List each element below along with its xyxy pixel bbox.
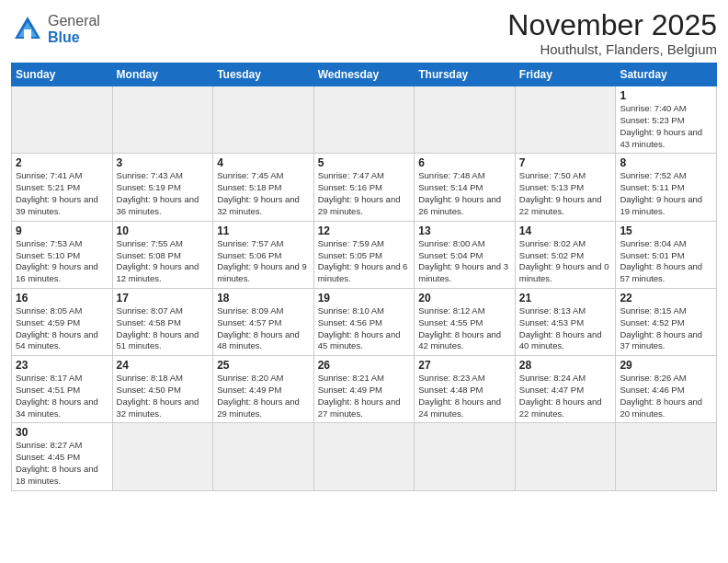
calendar-cell: 29Sunrise: 8:26 AM Sunset: 4:46 PM Dayli… — [616, 356, 717, 423]
calendar-cell: 24Sunrise: 8:18 AM Sunset: 4:50 PM Dayli… — [112, 356, 213, 423]
weekday-header-tuesday: Tuesday — [213, 63, 314, 86]
location: Houthulst, Flanders, Belgium — [507, 41, 717, 57]
week-row-4: 23Sunrise: 8:17 AM Sunset: 4:51 PM Dayli… — [12, 356, 717, 423]
day-number: 4 — [217, 156, 310, 169]
day-info: Sunrise: 7:57 AM Sunset: 5:06 PM Dayligh… — [217, 238, 310, 285]
day-info: Sunrise: 8:24 AM Sunset: 4:47 PM Dayligh… — [519, 373, 612, 419]
logo-general: General — [48, 13, 100, 29]
calendar-cell: 17Sunrise: 8:07 AM Sunset: 4:58 PM Dayli… — [112, 288, 213, 355]
calendar-cell: 25Sunrise: 8:20 AM Sunset: 4:49 PM Dayli… — [213, 356, 314, 423]
day-number: 15 — [620, 224, 712, 237]
calendar-cell: 6Sunrise: 7:48 AM Sunset: 5:14 PM Daylig… — [415, 154, 516, 221]
calendar-cell: 19Sunrise: 8:10 AM Sunset: 4:56 PM Dayli… — [313, 288, 415, 355]
calendar-cell — [112, 423, 213, 490]
calendar-cell — [213, 86, 314, 154]
day-number: 27 — [418, 359, 511, 372]
day-info: Sunrise: 8:07 AM Sunset: 4:58 PM Dayligh… — [117, 305, 210, 352]
day-info: Sunrise: 8:09 AM Sunset: 4:57 PM Dayligh… — [217, 305, 310, 352]
day-number: 19 — [318, 292, 411, 304]
day-info: Sunrise: 8:02 AM Sunset: 5:02 PM Dayligh… — [519, 238, 612, 285]
calendar-cell: 1Sunrise: 7:40 AM Sunset: 5:23 PM Daylig… — [616, 86, 717, 154]
calendar-cell: 20Sunrise: 8:12 AM Sunset: 4:55 PM Dayli… — [415, 288, 516, 355]
calendar: SundayMondayTuesdayWednesdayThursdayFrid… — [11, 63, 717, 491]
weekday-header-monday: Monday — [112, 63, 213, 86]
day-number: 25 — [217, 359, 310, 372]
week-row-5: 30Sunrise: 8:27 AM Sunset: 4:45 PM Dayli… — [12, 423, 717, 490]
day-number: 8 — [620, 156, 712, 169]
day-info: Sunrise: 8:20 AM Sunset: 4:49 PM Dayligh… — [217, 373, 310, 419]
calendar-cell — [515, 423, 616, 490]
week-row-2: 9Sunrise: 7:53 AM Sunset: 5:10 PM Daylig… — [12, 221, 717, 288]
day-info: Sunrise: 7:59 AM Sunset: 5:05 PM Dayligh… — [318, 238, 411, 285]
day-number: 6 — [418, 156, 511, 169]
calendar-cell — [415, 86, 516, 154]
day-number: 3 — [117, 156, 210, 169]
day-info: Sunrise: 8:10 AM Sunset: 4:56 PM Dayligh… — [318, 305, 411, 352]
day-info: Sunrise: 8:13 AM Sunset: 4:53 PM Dayligh… — [519, 305, 612, 352]
day-info: Sunrise: 7:50 AM Sunset: 5:13 PM Dayligh… — [519, 170, 612, 217]
day-number: 22 — [620, 292, 712, 304]
calendar-cell: 15Sunrise: 8:04 AM Sunset: 5:01 PM Dayli… — [616, 221, 717, 288]
day-info: Sunrise: 7:45 AM Sunset: 5:18 PM Dayligh… — [217, 170, 310, 217]
calendar-cell: 8Sunrise: 7:52 AM Sunset: 5:11 PM Daylig… — [616, 154, 717, 221]
day-info: Sunrise: 7:53 AM Sunset: 5:10 PM Dayligh… — [16, 238, 108, 285]
day-number: 30 — [16, 426, 108, 439]
day-info: Sunrise: 7:40 AM Sunset: 5:23 PM Dayligh… — [620, 103, 712, 150]
day-number: 9 — [16, 224, 108, 237]
logo-icon — [11, 13, 44, 46]
weekday-header-wednesday: Wednesday — [313, 63, 415, 86]
weekday-header-saturday: Saturday — [616, 63, 717, 86]
calendar-cell: 21Sunrise: 8:13 AM Sunset: 4:53 PM Dayli… — [515, 288, 616, 355]
calendar-cell: 30Sunrise: 8:27 AM Sunset: 4:45 PM Dayli… — [12, 423, 113, 490]
weekday-header-thursday: Thursday — [415, 63, 516, 86]
day-info: Sunrise: 8:17 AM Sunset: 4:51 PM Dayligh… — [16, 373, 108, 419]
svg-rect-3 — [24, 29, 31, 39]
day-number: 1 — [620, 89, 712, 102]
weekday-header-sunday: Sunday — [12, 63, 113, 86]
calendar-cell: 22Sunrise: 8:15 AM Sunset: 4:52 PM Dayli… — [616, 288, 717, 355]
page: General Blue November 2025 Houthulst, Fl… — [0, 0, 728, 563]
week-row-3: 16Sunrise: 8:05 AM Sunset: 4:59 PM Dayli… — [12, 288, 717, 355]
calendar-cell — [12, 86, 113, 154]
day-number: 13 — [418, 224, 511, 237]
calendar-cell — [313, 423, 415, 490]
day-info: Sunrise: 7:55 AM Sunset: 5:08 PM Dayligh… — [117, 238, 210, 285]
day-info: Sunrise: 8:18 AM Sunset: 4:50 PM Dayligh… — [117, 373, 210, 419]
day-number: 21 — [519, 292, 612, 304]
calendar-cell: 11Sunrise: 7:57 AM Sunset: 5:06 PM Dayli… — [213, 221, 314, 288]
calendar-cell: 10Sunrise: 7:55 AM Sunset: 5:08 PM Dayli… — [112, 221, 213, 288]
title-block: November 2025 Houthulst, Flanders, Belgi… — [507, 9, 717, 57]
calendar-cell — [112, 86, 213, 154]
calendar-cell — [415, 423, 516, 490]
calendar-cell: 2Sunrise: 7:41 AM Sunset: 5:21 PM Daylig… — [12, 154, 113, 221]
calendar-cell: 9Sunrise: 7:53 AM Sunset: 5:10 PM Daylig… — [12, 221, 113, 288]
day-info: Sunrise: 8:05 AM Sunset: 4:59 PM Dayligh… — [16, 305, 108, 352]
day-number: 2 — [16, 156, 108, 169]
day-info: Sunrise: 7:41 AM Sunset: 5:21 PM Dayligh… — [16, 170, 108, 217]
calendar-cell: 18Sunrise: 8:09 AM Sunset: 4:57 PM Dayli… — [213, 288, 314, 355]
day-info: Sunrise: 8:26 AM Sunset: 4:46 PM Dayligh… — [620, 373, 712, 419]
day-info: Sunrise: 8:15 AM Sunset: 4:52 PM Dayligh… — [620, 305, 712, 352]
logo: General Blue — [11, 13, 100, 46]
day-info: Sunrise: 8:23 AM Sunset: 4:48 PM Dayligh… — [418, 373, 511, 419]
day-info: Sunrise: 8:12 AM Sunset: 4:55 PM Dayligh… — [418, 305, 511, 352]
day-info: Sunrise: 7:52 AM Sunset: 5:11 PM Dayligh… — [620, 170, 712, 217]
day-number: 10 — [117, 224, 210, 237]
calendar-cell: 27Sunrise: 8:23 AM Sunset: 4:48 PM Dayli… — [415, 356, 516, 423]
day-number: 26 — [318, 359, 411, 372]
calendar-cell: 7Sunrise: 7:50 AM Sunset: 5:13 PM Daylig… — [515, 154, 616, 221]
calendar-cell — [213, 423, 314, 490]
weekday-header-row: SundayMondayTuesdayWednesdayThursdayFrid… — [12, 63, 717, 86]
calendar-cell — [515, 86, 616, 154]
calendar-cell: 26Sunrise: 8:21 AM Sunset: 4:49 PM Dayli… — [313, 356, 415, 423]
day-number: 20 — [418, 292, 511, 304]
day-number: 14 — [519, 224, 612, 237]
day-info: Sunrise: 7:48 AM Sunset: 5:14 PM Dayligh… — [418, 170, 511, 217]
day-number: 16 — [16, 292, 108, 304]
day-number: 23 — [16, 359, 108, 372]
day-number: 12 — [318, 224, 411, 237]
day-number: 11 — [217, 224, 310, 237]
header: General Blue November 2025 Houthulst, Fl… — [11, 9, 717, 57]
day-info: Sunrise: 8:21 AM Sunset: 4:49 PM Dayligh… — [318, 373, 411, 419]
calendar-cell: 16Sunrise: 8:05 AM Sunset: 4:59 PM Dayli… — [12, 288, 113, 355]
